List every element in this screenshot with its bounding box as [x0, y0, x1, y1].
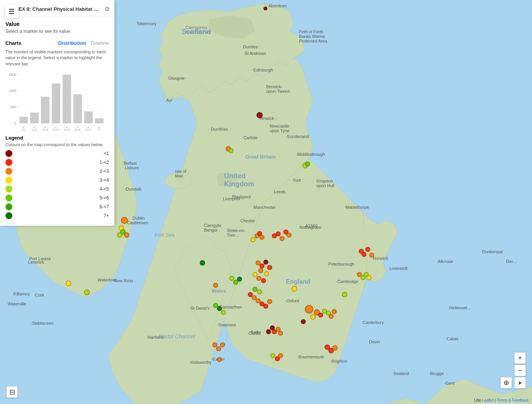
map-marker-30[interactable] — [263, 260, 269, 265]
map-marker-68[interactable] — [301, 319, 306, 324]
map-marker-79[interactable] — [278, 353, 283, 358]
map-marker-67[interactable] — [332, 309, 337, 314]
charts-header: Charts Distribution Timeline — [5, 40, 109, 46]
svg-text:<1: <1 — [22, 128, 25, 131]
globe-control[interactable]: ⊕ — [500, 377, 512, 389]
legend-dot-6 — [5, 203, 12, 210]
legend-label-4: 4-<5 — [100, 186, 109, 192]
map-marker-14[interactable] — [251, 237, 256, 242]
legend-label-6: 6-<7 — [100, 204, 109, 210]
map-marker-19[interactable] — [280, 236, 285, 241]
map-marker-75[interactable] — [84, 290, 90, 295]
map-marker-10[interactable] — [200, 260, 205, 266]
legend-dot-4 — [5, 186, 12, 193]
map-marker-27[interactable] — [367, 275, 372, 280]
legend-row-7: 7+ — [5, 212, 109, 219]
svg-rect-13 — [52, 84, 60, 123]
map-marker-55[interactable] — [266, 329, 271, 334]
legend-section: Legend Colours on the map correspond to … — [0, 132, 114, 219]
map-marker-63[interactable] — [318, 313, 323, 318]
map-marker-36[interactable] — [261, 278, 266, 283]
legend-row-6: 6-<7 — [5, 203, 109, 210]
map-marker-42[interactable] — [257, 290, 262, 295]
settings-icon[interactable]: ⚙ — [104, 5, 110, 13]
svg-text:1000: 1000 — [8, 89, 16, 93]
map-marker-23[interactable] — [369, 253, 374, 258]
map-marker-66[interactable] — [329, 314, 334, 319]
legend-dot-2 — [5, 168, 12, 175]
map-marker-33[interactable] — [264, 271, 269, 276]
map-marker-41[interactable] — [253, 287, 258, 292]
tab-distribution[interactable]: Distribution — [58, 40, 86, 46]
legend-row-0: <1 — [5, 150, 109, 157]
chart-description: The number of visible markers correspond… — [5, 49, 109, 67]
hamburger-icon: ☰ — [8, 8, 15, 15]
zoom-controls: + − ➤ — [514, 352, 526, 389]
map-marker-60[interactable] — [305, 305, 313, 314]
map-marker-77[interactable] — [270, 353, 275, 358]
map-marker-47[interactable] — [263, 304, 269, 309]
bookmark-button[interactable]: ⊟ — [6, 386, 18, 398]
svg-text:500: 500 — [10, 105, 16, 109]
map-marker-51[interactable] — [221, 310, 226, 315]
map-marker-72[interactable] — [342, 292, 347, 297]
legend-dot-5 — [5, 194, 12, 201]
svg-rect-17 — [95, 118, 104, 123]
map-marker-39[interactable] — [237, 277, 242, 282]
map-marker-80[interactable] — [217, 357, 222, 362]
map-marker-62[interactable] — [310, 314, 316, 320]
legend-items: <1 1-<2 2-<3 3-<4 4-<5 5-<6 6-<7 7+ — [5, 150, 109, 219]
terms-link[interactable]: Terms & Feedback — [497, 398, 529, 402]
map-marker-32[interactable] — [258, 268, 263, 273]
map-marker-21[interactable] — [362, 252, 367, 257]
locate-button[interactable]: ➤ — [514, 377, 526, 389]
map-marker-22[interactable] — [365, 247, 371, 252]
legend-dot-7 — [5, 212, 12, 219]
svg-text:7+: 7+ — [98, 128, 101, 131]
panel-title: INDEX 8: Channel Physical Habitat ... — [10, 6, 104, 12]
map-marker-5[interactable] — [121, 217, 128, 224]
legend-label-1: 1-<2 — [100, 160, 109, 165]
map-marker-9[interactable] — [117, 232, 122, 238]
svg-text:1-<2: 1-<2 — [32, 128, 37, 131]
map-marker-18[interactable] — [287, 233, 292, 238]
map-marker-31[interactable] — [267, 265, 272, 270]
bookmark-control[interactable]: ⊟ — [6, 386, 18, 398]
hamburger-menu[interactable]: ☰ — [5, 5, 19, 19]
legend-row-2: 2-<3 — [5, 168, 109, 175]
map-marker-8[interactable] — [124, 232, 129, 238]
legend-dot-1 — [5, 159, 12, 166]
charts-label: Charts — [5, 40, 21, 46]
bar-chart: 1500 1000 500 0 — [5, 70, 109, 132]
svg-text:1500: 1500 — [8, 73, 16, 77]
map-marker-4[interactable] — [305, 162, 310, 167]
svg-text:5-<6: 5-<6 — [75, 128, 80, 131]
map-marker-16[interactable] — [272, 234, 277, 239]
svg-rect-11 — [30, 113, 39, 123]
map-marker-54[interactable] — [220, 343, 225, 348]
leaflet-link[interactable]: Leaflet — [482, 398, 494, 402]
map-marker-13[interactable] — [260, 235, 265, 240]
map-marker-59[interactable] — [278, 331, 283, 336]
map-marker-2[interactable] — [229, 148, 234, 153]
legend-row-3: 3-<4 — [5, 177, 109, 184]
value-section: Value Select a marker to see its value. — [0, 17, 114, 40]
zoom-in-button[interactable]: + — [514, 352, 526, 364]
map-marker-48[interactable] — [267, 299, 272, 304]
svg-text:2-<3: 2-<3 — [42, 128, 48, 131]
map-marker-53[interactable] — [216, 346, 221, 351]
map-marker-74[interactable] — [66, 281, 71, 286]
map-marker-71[interactable] — [332, 345, 338, 351]
globe-button[interactable]: ⊕ — [500, 377, 512, 389]
legend-hint: Colours on the map correspond to the val… — [5, 142, 109, 147]
map-marker-73[interactable] — [292, 286, 297, 292]
legend-dot-0 — [5, 150, 12, 157]
tab-timeline[interactable]: Timeline — [90, 40, 109, 46]
zoom-out-button[interactable]: − — [514, 365, 526, 376]
map-marker-0[interactable] — [257, 112, 263, 118]
legend-label-0: <1 — [104, 151, 109, 156]
map-marker-40[interactable] — [213, 283, 218, 288]
svg-text:3-<4: 3-<4 — [53, 128, 59, 131]
svg-rect-10 — [19, 117, 28, 123]
map-marker-76[interactable] — [263, 7, 267, 10]
